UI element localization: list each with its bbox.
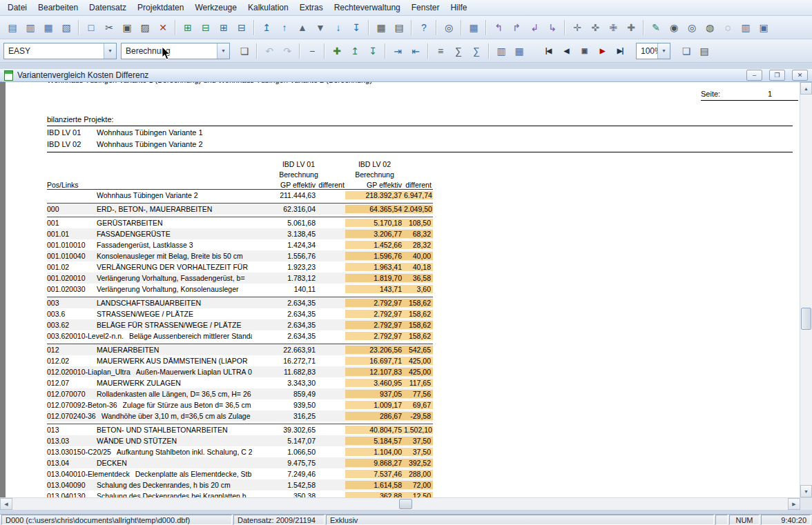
page-label: Seite: [701,90,720,98]
table-view-icon[interactable]: ▦ [465,19,483,37]
report-book-icon[interactable]: ▧ [57,19,75,37]
minimize-button[interactable]: – [746,70,762,81]
delete-icon[interactable]: ✕ [154,19,172,37]
move-first-icon[interactable]: ↥ [258,19,276,37]
search-icon[interactable]: ◎ [440,19,458,37]
anchor-link-3-icon[interactable]: ✙ [604,19,622,37]
move-up-icon[interactable]: ↑ [276,19,293,37]
menu-datei[interactable]: Datei [2,1,32,14]
tree-outdent-icon[interactable]: ⊟ [197,19,215,37]
report-design-icon[interactable]: ▥ [21,19,39,37]
indent-right-icon[interactable]: ⇥ [389,42,407,60]
sort-down-icon[interactable]: ▼ [311,19,329,37]
list-view-icon[interactable]: ≡ [432,42,450,60]
move-down-icon[interactable]: ↓ [329,19,347,37]
horizontal-scrollbar[interactable]: ◀ ▶ [0,497,812,510]
vertical-scroll-track[interactable] [800,95,812,485]
restore-button[interactable]: ❐ [769,70,785,81]
zoom-in-icon[interactable]: ◉ [665,19,683,37]
anchor-link-1-icon[interactable]: ✛ [568,19,586,37]
child-window-titlebar[interactable]: Variantenvergleich Kosten Differenz –❐✕ [0,69,812,82]
sum-total-icon[interactable]: ∑ [467,42,485,60]
chevron-down-icon[interactable]: ▼ [104,43,116,59]
copy-record-icon[interactable]: ▣ [575,42,593,60]
open-layout-icon[interactable]: ❏ [235,42,253,60]
print-icon[interactable]: ▤ [390,19,408,37]
paste-icon[interactable]: ▨ [136,19,154,37]
cut-icon[interactable]: ✂ [100,19,118,37]
menu-kalkulation[interactable]: Kalkulation [242,1,294,14]
book-open-icon[interactable]: ▥ [737,19,755,37]
menu-rechteverwaltung[interactable]: Rechteverwaltung [329,1,406,14]
child-window-title: Variantenvergleich Kosten Differenz [17,70,735,80]
go-next-icon[interactable]: ▶ [593,42,611,60]
menu-werkzeuge[interactable]: Werkzeuge [189,1,242,14]
zoom-page-icon[interactable]: ◍ [701,19,719,37]
zoom-width-icon[interactable]: ◌ [719,19,737,37]
report-image-icon[interactable]: ▦ [39,19,57,37]
page-setup-icon[interactable]: ❏ [677,42,695,60]
scroll-left-icon[interactable]: ◀ [0,498,12,510]
sort-up-icon[interactable]: ▲ [293,19,311,37]
menu-extras[interactable]: Extras [294,1,329,14]
horizontal-scroll-thumb[interactable] [399,499,412,509]
col-diff-2: different [404,181,433,189]
move-last-icon[interactable]: ↧ [347,19,365,37]
layout-combobox[interactable]: EASY ▼ [3,43,117,59]
scroll-right-icon[interactable]: ▶ [788,498,800,510]
new-item-icon[interactable]: □ [82,19,100,37]
go-previous-icon[interactable]: ◀ [557,42,575,60]
chevron-down-icon[interactable]: ▼ [657,43,670,59]
tree-expand-icon[interactable]: ⊞ [215,19,233,37]
chart-view-icon[interactable]: ▥ [492,42,510,60]
tree-collapse-icon[interactable]: ⊟ [233,19,251,37]
grid-view-icon[interactable]: ▦ [510,42,528,60]
transfer-out-icon[interactable]: ↳ [543,19,561,37]
sum-selection-icon[interactable]: ∑ [450,42,467,60]
status-record-count: Datensatz: 2009/21194 [233,515,325,525]
export-doc-icon[interactable]: ↱ [508,19,525,37]
toolbar-separator [427,43,429,59]
help-icon[interactable]: ? [415,19,433,37]
outdent-left-icon[interactable]: ⇤ [407,42,425,60]
menu-hilfe[interactable]: Hilfe [445,1,472,14]
remove-row-icon[interactable]: − [303,42,321,60]
status-access-mode: Exklusiv [326,515,714,525]
edit-pen-icon[interactable]: ✎ [647,19,665,37]
scroll-up-icon[interactable]: ▲ [800,82,812,95]
chevron-down-icon[interactable]: ▼ [217,43,229,59]
shift-up-icon[interactable]: ↥ [346,42,364,60]
add-position-icon[interactable]: ✚ [328,42,346,60]
horizontal-scroll-track[interactable] [12,498,788,510]
zoom-combobox[interactable]: 100% ▼ [636,43,670,59]
print-report-icon[interactable]: ▤ [695,42,713,60]
report-preview-icon[interactable]: ▤ [3,19,21,37]
close-button[interactable]: ✕ [792,70,808,81]
anchor-link-2-icon[interactable]: ✜ [586,19,604,37]
vertical-scroll-thumb[interactable] [801,308,811,330]
vertical-scrollbar[interactable]: ▲ ▼ [800,82,812,497]
undo-icon[interactable]: ↶ [260,42,278,60]
toolbar-separator [368,20,369,35]
scroll-down-icon[interactable]: ▼ [800,485,812,497]
redo-icon[interactable]: ↷ [278,42,296,60]
pages-icon[interactable]: ▣ [755,19,773,37]
zoom-out-icon[interactable]: ◎ [683,19,701,37]
menu-bearbeiten[interactable]: Bearbeiten [32,1,84,14]
import-doc-icon[interactable]: ↰ [490,19,508,37]
transfer-in-icon[interactable]: ↲ [525,19,543,37]
go-last-icon[interactable]: ▶| [611,42,629,60]
shift-down-icon[interactable]: ↧ [364,42,382,60]
toolbar-separator [324,43,325,59]
copy-icon[interactable]: ▣ [118,19,136,37]
calculation-combobox[interactable]: Berechnung ▼ [121,43,230,59]
menu-projektdaten[interactable]: Projektdaten [132,1,189,14]
menu-fenster[interactable]: Fenster [406,1,445,14]
menu-datensatz[interactable]: Datensatz [84,1,132,14]
tree-indent-icon[interactable]: ⊞ [179,19,197,37]
table-row: 000ERD-, BETON-, MAUERARBEITEN62.316,046… [47,203,433,215]
go-first-icon[interactable]: |◀ [539,42,557,60]
table-row: 012.02MAUERWERK AUS DÄMMSTEINEN (LIAPOR1… [47,355,433,366]
anchor-link-4-icon[interactable]: ✚ [622,19,640,37]
calculate-icon[interactable]: ▦ [372,19,390,37]
